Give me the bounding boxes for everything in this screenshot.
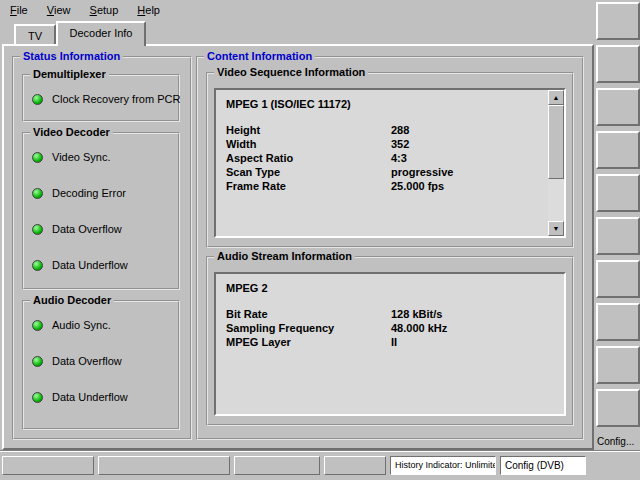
led-icon bbox=[32, 392, 43, 403]
status-label: Data Overflow bbox=[52, 223, 122, 235]
app-window: File View Setup Help TV Decoder Info Sta… bbox=[0, 0, 640, 480]
status-label: Audio Sync. bbox=[52, 319, 111, 331]
history-indicator-field: History Indicator: Unlimited bbox=[390, 456, 496, 475]
info-row-sampling-frequency: Sampling Frequency 48.000 kHz bbox=[226, 322, 554, 336]
led-icon bbox=[32, 260, 43, 271]
audio-stream-group-title: Audio Stream Information bbox=[214, 250, 355, 262]
tab-tv[interactable]: TV bbox=[14, 24, 56, 44]
video-decoder-group: Video Decoder Video Sync. Decoding Error… bbox=[22, 132, 180, 290]
status-row-video-sync: Video Sync. bbox=[32, 150, 111, 164]
softkey-column: Config... bbox=[596, 0, 640, 450]
config-field: Config (DVB) bbox=[500, 456, 586, 475]
led-icon bbox=[32, 224, 43, 235]
menu-file[interactable]: File bbox=[2, 3, 36, 18]
video-sequence-group: Video Sequence Information MPEG 1 (ISO/I… bbox=[206, 72, 574, 248]
softkey-button-1[interactable] bbox=[596, 2, 640, 40]
softkey-button-7[interactable] bbox=[596, 260, 640, 298]
audio-decoder-group-title: Audio Decoder bbox=[30, 294, 114, 306]
audio-stream-group: Audio Stream Information MPEG 2 Bit Rate… bbox=[206, 256, 574, 426]
status-information-title: Status Information bbox=[20, 50, 123, 62]
info-row-frame-rate: Frame Rate 25.000 fps bbox=[226, 180, 538, 194]
status-information-panel: Status Information Demultiplexer Clock R… bbox=[12, 56, 192, 440]
menu-setup[interactable]: Setup bbox=[82, 3, 127, 18]
status-label: Video Sync. bbox=[52, 151, 111, 163]
softkey-button-4[interactable] bbox=[596, 131, 640, 169]
video-codec-heading: MPEG 1 (ISO/IEC 11172) bbox=[226, 98, 538, 111]
demultiplexer-group: Demultiplexer Clock Recovery from PCR bbox=[22, 74, 180, 122]
softkey-button-10[interactable] bbox=[596, 389, 640, 427]
video-decoder-group-title: Video Decoder bbox=[30, 126, 113, 138]
statusbar-segment-4 bbox=[324, 456, 386, 475]
softkey-button-9[interactable] bbox=[596, 346, 640, 384]
status-label: Data Underflow bbox=[52, 391, 128, 403]
led-icon bbox=[32, 356, 43, 367]
info-row-scan-type: Scan Type progressive bbox=[226, 166, 538, 180]
softkey-button-8[interactable] bbox=[596, 303, 640, 341]
status-label: Clock Recovery from PCR bbox=[52, 93, 180, 105]
demultiplexer-group-title: Demultiplexer bbox=[30, 68, 109, 80]
info-row-aspect-ratio: Aspect Ratio 4:3 bbox=[226, 152, 538, 166]
led-icon bbox=[32, 320, 43, 331]
menu-view[interactable]: View bbox=[39, 3, 79, 18]
menu-help[interactable]: Help bbox=[129, 3, 168, 18]
statusbar-segment-3 bbox=[234, 456, 320, 475]
scroll-up-icon[interactable]: ▲ bbox=[548, 90, 564, 105]
softkey-button-5[interactable] bbox=[596, 174, 640, 212]
tab-decoder-info[interactable]: Decoder Info bbox=[56, 21, 146, 46]
video-sequence-group-title: Video Sequence Information bbox=[214, 66, 368, 78]
vertical-scrollbar[interactable]: ▲ ▼ bbox=[548, 90, 564, 236]
status-row-audio-sync: Audio Sync. bbox=[32, 318, 111, 332]
status-row-video-data-underflow: Data Underflow bbox=[32, 258, 128, 272]
info-row-bit-rate: Bit Rate 128 kBit/s bbox=[226, 308, 554, 322]
menu-bar: File View Setup Help bbox=[0, 0, 170, 20]
statusbar-segment-1 bbox=[2, 456, 94, 475]
status-row-audio-data-overflow: Data Overflow bbox=[32, 354, 122, 368]
audio-info-box: MPEG 2 Bit Rate 128 kBit/s Sampling Freq… bbox=[214, 272, 566, 416]
status-label: Data Underflow bbox=[52, 259, 128, 271]
status-row-audio-data-underflow: Data Underflow bbox=[32, 390, 128, 404]
audio-info-content: MPEG 2 Bit Rate 128 kBit/s Sampling Freq… bbox=[216, 274, 564, 414]
content-information-title: Content Information bbox=[204, 50, 315, 62]
info-row-height: Height 288 bbox=[226, 124, 538, 138]
info-row-mpeg-layer: MPEG Layer II bbox=[226, 336, 554, 350]
softkey-button-3[interactable] bbox=[596, 88, 640, 126]
decoder-info-page: Status Information Demultiplexer Clock R… bbox=[2, 44, 594, 450]
audio-decoder-group: Audio Decoder Audio Sync. Data Overflow … bbox=[22, 300, 180, 430]
led-icon bbox=[32, 152, 43, 163]
video-info-content: MPEG 1 (ISO/IEC 11172) Height 288 Width … bbox=[216, 90, 548, 236]
led-icon bbox=[32, 94, 43, 105]
status-label: Data Overflow bbox=[52, 355, 122, 367]
status-row-decoding-error: Decoding Error bbox=[32, 186, 126, 200]
content-information-panel: Content Information Video Sequence Infor… bbox=[196, 56, 584, 440]
info-row-width: Width 352 bbox=[226, 138, 538, 152]
scroll-down-icon[interactable]: ▼ bbox=[548, 221, 564, 236]
scrollbar-thumb[interactable] bbox=[548, 105, 564, 179]
softkey-button-2[interactable] bbox=[596, 45, 640, 83]
softkey-button-6[interactable] bbox=[596, 217, 640, 255]
status-bar: History Indicator: Unlimited Config (DVB… bbox=[0, 450, 640, 480]
audio-codec-heading: MPEG 2 bbox=[226, 282, 554, 295]
config-softkey-label[interactable]: Config... bbox=[597, 436, 634, 447]
status-row-video-data-overflow: Data Overflow bbox=[32, 222, 122, 236]
status-row-clock-recovery: Clock Recovery from PCR bbox=[32, 92, 180, 106]
statusbar-segment-2 bbox=[98, 456, 230, 475]
video-info-box: MPEG 1 (ISO/IEC 11172) Height 288 Width … bbox=[214, 88, 566, 238]
status-label: Decoding Error bbox=[52, 187, 126, 199]
led-icon bbox=[32, 188, 43, 199]
